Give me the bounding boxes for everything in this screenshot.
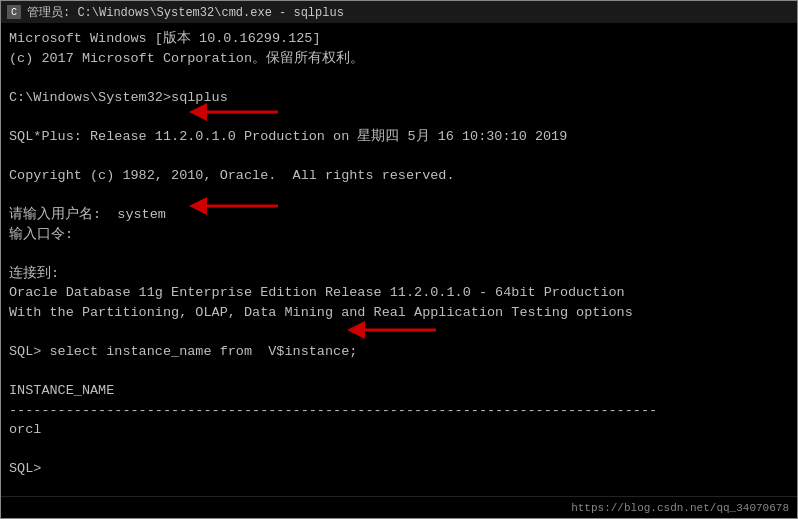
url-text: https://blog.csdn.net/qq_34070678 — [571, 502, 789, 514]
terminal-line — [9, 146, 789, 166]
terminal-line: C:\Windows\System32>sqlplus — [9, 88, 789, 108]
terminal-line — [9, 186, 789, 206]
terminal-body[interactable]: Microsoft Windows [版本 10.0.16299.125](c)… — [1, 23, 797, 496]
terminal-line — [9, 68, 789, 88]
terminal-line: ----------------------------------------… — [9, 401, 789, 421]
terminal-line — [9, 244, 789, 264]
terminal-line: 请输入用户名: system — [9, 205, 789, 225]
terminal-line — [9, 362, 789, 382]
bottom-bar: https://blog.csdn.net/qq_34070678 — [1, 496, 797, 518]
terminal-line: orcl — [9, 420, 789, 440]
terminal-line: 连接到: — [9, 264, 789, 284]
terminal-line — [9, 107, 789, 127]
terminal-line: (c) 2017 Microsoft Corporation。保留所有权利。 — [9, 49, 789, 69]
cmd-icon: C — [7, 5, 21, 19]
terminal-line: SQL*Plus: Release 11.2.0.1.0 Production … — [9, 127, 789, 147]
terminal-line: INSTANCE_NAME — [9, 381, 789, 401]
arrow3-icon — [351, 315, 441, 345]
terminal-line: Microsoft Windows [版本 10.0.16299.125] — [9, 29, 789, 49]
terminal-line: Copyright (c) 1982, 2010, Oracle. All ri… — [9, 166, 789, 186]
arrow1-icon — [193, 97, 283, 127]
terminal-line: SQL> — [9, 459, 789, 479]
terminal-line — [9, 440, 789, 460]
arrow2-icon — [193, 191, 283, 221]
title-bar: C 管理员: C:\Windows\System32\cmd.exe - sql… — [1, 1, 797, 23]
terminal-line: Oracle Database 11g Enterprise Edition R… — [9, 283, 789, 303]
title-bar-text: 管理员: C:\Windows\System32\cmd.exe - sqlpl… — [27, 4, 791, 21]
terminal-line: 输入口令: — [9, 225, 789, 245]
cmd-window: C 管理员: C:\Windows\System32\cmd.exe - sql… — [0, 0, 798, 519]
